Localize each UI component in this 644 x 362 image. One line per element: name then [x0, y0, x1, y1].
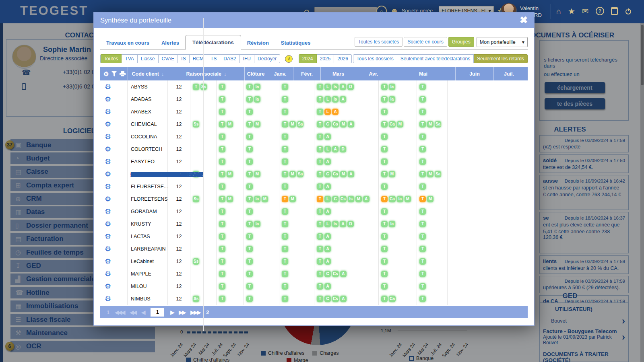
status-badge[interactable]: A: [340, 84, 346, 90]
scope-button-groupes[interactable]: Groupes: [448, 37, 474, 47]
status-badge[interactable]: M: [289, 196, 296, 202]
status-badge[interactable]: L: [324, 109, 331, 115]
status-badge[interactable]: T: [219, 109, 225, 115]
status-badge[interactable]: T: [317, 233, 323, 240]
status-badge[interactable]: T: [282, 121, 288, 128]
status-badge[interactable]: T: [246, 246, 253, 252]
status-badge[interactable]: A: [340, 221, 346, 227]
status-badge[interactable]: C: [324, 296, 331, 302]
column-header-mai[interactable]: Mai: [391, 67, 455, 80]
status-badge[interactable]: T: [381, 221, 388, 227]
status-badge[interactable]: M: [340, 171, 347, 177]
status-badge[interactable]: D: [347, 221, 354, 227]
filter-button-seulement-les-retards[interactable]: Seulement les retards: [474, 54, 528, 63]
filter-button-ifu[interactable]: IFU: [240, 54, 254, 63]
status-badge[interactable]: T: [317, 246, 323, 252]
status-badge[interactable]: T: [246, 146, 253, 152]
status-badge[interactable]: A: [340, 271, 347, 277]
gear-icon[interactable]: ⚙: [105, 232, 111, 241]
gear-icon[interactable]: ⚙: [105, 120, 111, 129]
status-badge[interactable]: M: [262, 196, 268, 202]
gear-icon[interactable]: ⚙: [105, 195, 111, 204]
gear-icon[interactable]: ⚙: [105, 282, 111, 291]
status-badge[interactable]: T: [282, 258, 288, 265]
status-badge[interactable]: T: [282, 233, 288, 240]
mail-icon[interactable]: ✉: [582, 7, 589, 15]
status-badge[interactable]: A: [332, 146, 339, 152]
status-badge[interactable]: T: [381, 258, 388, 265]
calendar-icon[interactable]: [611, 7, 618, 15]
filter-button-2025[interactable]: 2025: [317, 54, 334, 63]
status-badge[interactable]: T: [282, 183, 288, 190]
status-badge[interactable]: T: [381, 84, 388, 90]
column-header-juil[interactable]: Juil.: [493, 67, 524, 80]
status-badge[interactable]: T: [246, 134, 253, 140]
page-number-last[interactable]: 2: [206, 309, 209, 315]
print-icon[interactable]: [120, 71, 126, 76]
status-badge[interactable]: T: [317, 183, 323, 190]
status-badge[interactable]: Is: [348, 196, 354, 202]
status-badge[interactable]: T: [419, 96, 426, 103]
status-badge[interactable]: T: [282, 271, 288, 277]
status-badge[interactable]: T: [219, 296, 225, 302]
status-badge[interactable]: Cs: [332, 296, 339, 302]
status-badge[interactable]: T: [381, 233, 388, 240]
gear-icon[interactable]: ⚙: [105, 269, 111, 278]
status-badge[interactable]: T: [219, 146, 225, 152]
status-badge[interactable]: T: [282, 158, 288, 165]
status-badge[interactable]: L: [324, 146, 331, 152]
status-badge[interactable]: T: [246, 221, 253, 227]
status-badge[interactable]: T: [317, 171, 323, 177]
status-badge[interactable]: M: [427, 196, 433, 202]
gear-icon[interactable]: ⚙: [105, 182, 111, 191]
status-badge[interactable]: Ca: [389, 196, 396, 202]
status-badge[interactable]: T: [246, 171, 253, 177]
status-badge[interactable]: A: [324, 183, 331, 190]
status-badge[interactable]: T: [419, 183, 426, 190]
status-badge[interactable]: T: [317, 196, 323, 202]
status-badge[interactable]: T: [317, 296, 323, 302]
status-badge[interactable]: T: [317, 283, 323, 290]
status-badge[interactable]: T: [246, 96, 253, 103]
status-badge[interactable]: T: [246, 196, 253, 202]
gear-icon[interactable]: ⚙: [105, 107, 111, 116]
status-badge[interactable]: T: [219, 246, 225, 252]
status-badge[interactable]: T: [219, 221, 225, 227]
status-badge[interactable]: T: [317, 221, 323, 227]
status-badge[interactable]: T: [317, 134, 323, 140]
status-badge[interactable]: M: [389, 171, 395, 177]
status-badge[interactable]: T: [317, 208, 323, 215]
status-badge[interactable]: T: [317, 121, 323, 128]
status-badge[interactable]: A: [324, 134, 331, 140]
status-badge[interactable]: M: [427, 121, 433, 128]
column-header-fvr[interactable]: Févr.: [293, 67, 320, 80]
column-header-avr[interactable]: Avr.: [356, 67, 391, 80]
status-badge[interactable]: A: [324, 246, 331, 252]
status-badge[interactable]: Sa: [435, 171, 441, 177]
status-badge[interactable]: T: [381, 271, 388, 277]
status-badge[interactable]: T: [246, 158, 253, 165]
status-badge[interactable]: M: [355, 196, 362, 202]
status-badge[interactable]: L: [324, 196, 331, 202]
power-icon[interactable]: [625, 8, 632, 15]
status-badge[interactable]: T: [317, 96, 323, 103]
status-badge[interactable]: Is: [332, 221, 339, 227]
tab-révision[interactable]: Révision: [241, 36, 275, 49]
status-badge[interactable]: T: [282, 283, 288, 290]
status-badge[interactable]: T: [282, 96, 288, 103]
status-badge[interactable]: T: [282, 146, 288, 152]
status-badge[interactable]: T: [219, 158, 225, 165]
status-badge[interactable]: M: [227, 196, 233, 202]
status-badge[interactable]: T: [381, 196, 388, 202]
status-badge[interactable]: T: [419, 109, 426, 115]
status-badge[interactable]: T: [419, 84, 426, 90]
status-badge[interactable]: T: [219, 208, 225, 215]
status-badge[interactable]: M: [254, 121, 260, 128]
filter-button-das2[interactable]: DAS2: [220, 54, 239, 63]
status-badge[interactable]: M: [340, 121, 347, 128]
status-badge[interactable]: T: [219, 84, 225, 90]
status-badge[interactable]: T: [381, 134, 388, 140]
status-badge[interactable]: Cs: [340, 196, 347, 202]
status-badge[interactable]: T: [219, 233, 225, 240]
status-badge[interactable]: T: [282, 109, 288, 115]
